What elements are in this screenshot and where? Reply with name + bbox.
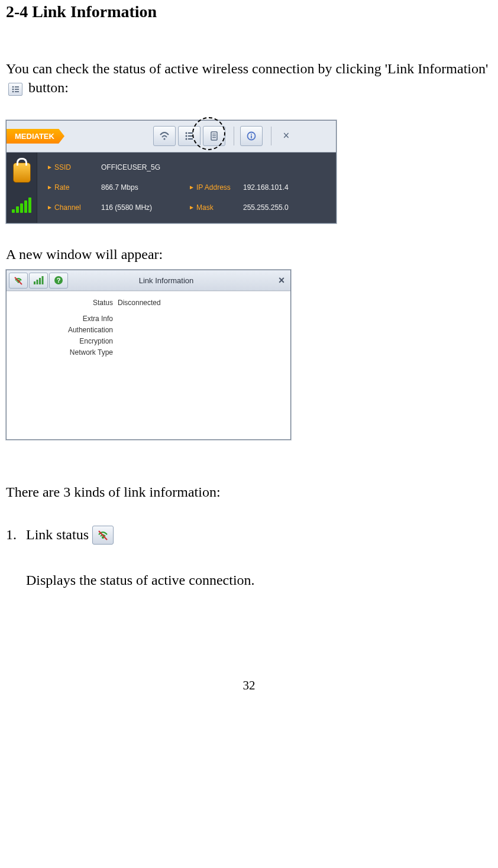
mask-value: 255.255.255.0 xyxy=(243,203,314,212)
svg-rect-22 xyxy=(37,280,38,284)
svg-rect-16 xyxy=(212,137,216,138)
popup-titlebar: ? Link Information × xyxy=(7,270,290,291)
svg-point-0 xyxy=(12,86,14,88)
link-status-icon xyxy=(13,275,24,286)
svg-point-6 xyxy=(163,138,165,140)
authentication-row: Authentication xyxy=(12,326,284,334)
link-status-tab-icon xyxy=(92,526,114,545)
svg-point-4 xyxy=(12,91,14,93)
svg-rect-12 xyxy=(188,138,193,140)
rate-label: Rate xyxy=(48,183,101,192)
item1-description: Displays the status of active connection… xyxy=(6,571,492,590)
extra-info-value xyxy=(118,315,284,323)
item1-number: 1. xyxy=(6,527,26,543)
toolbar-btn-networks[interactable] xyxy=(153,126,176,146)
svg-rect-21 xyxy=(34,281,35,284)
svg-rect-10 xyxy=(188,135,193,137)
encryption-row: Encryption xyxy=(12,337,284,345)
channel-value: 116 (5580 MHz) xyxy=(101,203,190,212)
status-row: Status Disconnected xyxy=(12,299,284,307)
status-panel-body: SSID OFFICEUSER_5G Rate 866.7 Mbps IP Ad… xyxy=(7,152,336,223)
svg-rect-15 xyxy=(212,135,216,136)
svg-point-2 xyxy=(12,89,14,90)
tab-statistics[interactable]: ? xyxy=(49,273,68,289)
tab-throughput[interactable] xyxy=(29,273,48,289)
svg-rect-8 xyxy=(188,132,193,134)
encryption-label: Encryption xyxy=(12,337,118,345)
network-type-row: Network Type xyxy=(12,348,284,357)
svg-point-7 xyxy=(186,132,187,134)
document-icon xyxy=(209,131,219,141)
item1-text: Link status xyxy=(26,527,89,543)
mediatek-status-screenshot: MEDIATEK xyxy=(6,120,337,224)
svg-rect-24 xyxy=(42,276,44,284)
svg-rect-19 xyxy=(251,135,252,138)
ssid-label: SSID xyxy=(48,163,101,171)
signal-strength-icon xyxy=(12,197,31,213)
channel-label: Channel xyxy=(48,203,101,212)
toolbar-separator xyxy=(271,127,271,145)
popup-body: Status Disconnected Extra Info Authentic… xyxy=(7,291,290,439)
popup-title: Link Information xyxy=(77,276,273,285)
toolbar-buttons: × xyxy=(153,126,295,146)
svg-rect-1 xyxy=(15,86,19,88)
mid-text: A new window will appear: xyxy=(6,245,492,264)
network-type-value xyxy=(118,348,284,357)
rate-value: 866.7 Mbps xyxy=(101,183,190,192)
svg-point-18 xyxy=(251,134,252,135)
status-field-value: Disconnected xyxy=(118,299,284,307)
svg-point-9 xyxy=(186,135,187,137)
list-item-1: 1. Link status xyxy=(6,526,492,545)
ssid-value: OFFICEUSER_5G xyxy=(101,163,314,171)
link-info-button-inline xyxy=(8,83,22,96)
after-text: There are 3 kinds of link information: xyxy=(6,482,492,501)
authentication-value xyxy=(118,326,284,334)
popup-tab-buttons: ? xyxy=(7,273,77,289)
intro-paragraph: You can check the status of active wirel… xyxy=(6,59,492,98)
extra-info-row: Extra Info xyxy=(12,315,284,323)
toolbar-btn-profile[interactable] xyxy=(203,126,225,146)
extra-info-label: Extra Info xyxy=(12,315,118,323)
authentication-label: Authentication xyxy=(12,326,118,334)
toolbar-btn-about[interactable] xyxy=(240,126,263,146)
info-icon xyxy=(247,131,256,141)
svg-rect-3 xyxy=(15,89,19,90)
toolbar-btn-link-info[interactable] xyxy=(178,126,201,146)
ip-label: IP Address xyxy=(190,183,243,192)
popup-close-button[interactable]: × xyxy=(273,274,290,287)
link-status-icon xyxy=(96,529,109,542)
svg-rect-23 xyxy=(39,278,41,284)
mediatek-logo: MEDIATEK xyxy=(7,129,64,144)
status-grid: SSID OFFICEUSER_5G Rate 866.7 Mbps IP Ad… xyxy=(37,157,336,218)
page-number: 32 xyxy=(6,678,492,693)
signal-bars-icon xyxy=(33,276,44,285)
wifi-icon xyxy=(159,131,170,141)
status-field-label: Status xyxy=(12,299,118,307)
status-left-icons xyxy=(7,153,37,223)
svg-rect-14 xyxy=(212,134,216,134)
section-heading: 2-4 Link Information xyxy=(6,2,492,21)
intro-text-part1: You can check the status of active wirel… xyxy=(6,61,488,76)
intro-text-part2: button: xyxy=(28,80,69,95)
close-icon[interactable]: × xyxy=(277,129,295,142)
list-icon xyxy=(11,85,20,93)
svg-text:?: ? xyxy=(57,277,61,284)
tab-link-status[interactable] xyxy=(9,273,28,289)
encryption-value xyxy=(118,337,284,345)
list-icon xyxy=(185,131,194,141)
svg-point-11 xyxy=(186,138,187,140)
link-info-popup-screenshot: ? Link Information × Status Disconnected… xyxy=(6,270,291,440)
mask-label: Mask xyxy=(190,203,243,212)
lock-icon xyxy=(13,163,31,183)
ip-value: 192.168.101.4 xyxy=(243,183,314,192)
mediatek-toolbar-area: MEDIATEK xyxy=(7,121,336,152)
network-type-label: Network Type xyxy=(12,348,118,357)
help-icon: ? xyxy=(53,275,64,286)
svg-rect-5 xyxy=(15,91,19,92)
toolbar-separator xyxy=(234,127,234,145)
